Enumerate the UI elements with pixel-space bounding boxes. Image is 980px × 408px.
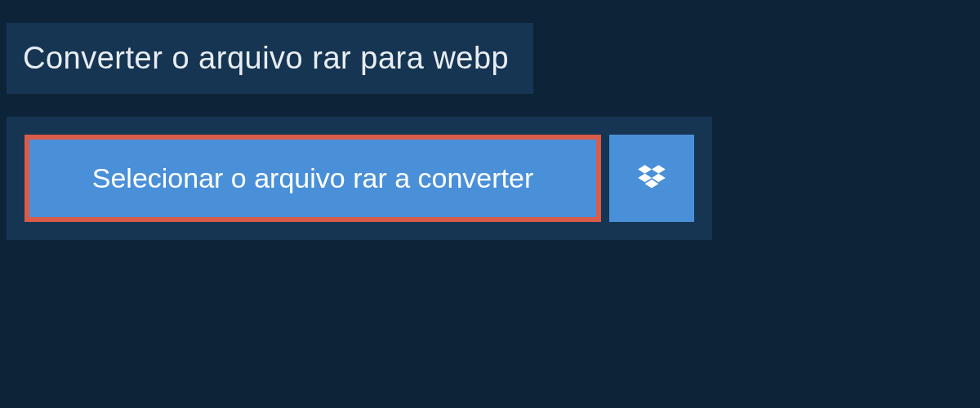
page-title: Converter o arquivo rar para webp: [23, 41, 509, 76]
dropbox-button[interactable]: [609, 135, 694, 222]
upload-panel: Selecionar o arquivo rar a converter: [7, 117, 712, 240]
select-file-button[interactable]: Selecionar o arquivo rar a converter: [24, 135, 601, 222]
select-file-label: Selecionar o arquivo rar a converter: [92, 162, 534, 194]
dropbox-icon: [635, 162, 669, 196]
header-tab: Converter o arquivo rar para webp: [7, 23, 533, 94]
